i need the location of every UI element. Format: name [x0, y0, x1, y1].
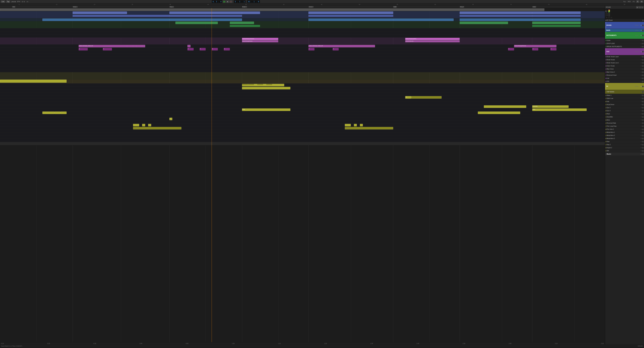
- s-break-vocals-layer[interactable]: S: [642, 56, 644, 57]
- s-metal-atmo3a[interactable]: S: [642, 135, 644, 136]
- clip-bass-4[interactable]: [393, 19, 454, 21]
- clip-rs-3[interactable]: [60, 111, 66, 114]
- s-vox[interactable]: S: [642, 51, 644, 52]
- rp-btn-1[interactable]: ⊞: [636, 6, 638, 9]
- rp-row-main-verse2[interactable]: Main Verse 2 64 S: [605, 71, 644, 74]
- rp-row-vocal-drone[interactable]: Vocal Drone 75 S: [605, 103, 644, 106]
- clip-gun3-1[interactable]: Gu: [405, 96, 411, 99]
- clip-bv-4[interactable]: A: [200, 48, 206, 50]
- clip-bv-9[interactable]: A: [508, 48, 514, 50]
- s-glitch-low[interactable]: S: [642, 98, 644, 99]
- s-riser[interactable]: S: [642, 113, 644, 115]
- s-instruments[interactable]: S: [642, 35, 644, 36]
- clip-vox-good3[interactable]: Good (Freeze) [2023...: [405, 38, 460, 40]
- rp-row-master[interactable]: Master 1/2 S: [605, 152, 644, 156]
- rp-row-guitar[interactable]: Guitar 47 S: [605, 39, 644, 42]
- clip-ma-5[interactable]: [354, 124, 357, 126]
- rp-row-water1[interactable]: Water 1 72 S: [605, 94, 644, 97]
- clip-rs-4[interactable]: [478, 111, 520, 114]
- clip-w1-5[interactable]: [266, 84, 272, 85]
- clip-dl-1[interactable]: Downlifter: [532, 105, 568, 108]
- rp-row-main-verse[interactable]: Main Verse 63 S: [605, 68, 644, 71]
- clip-bv-3[interactable]: A: [188, 48, 194, 50]
- clip-drums-pat2[interactable]: [170, 15, 242, 17]
- rp-row-gun4[interactable]: Gun 4 77 S: [605, 109, 644, 112]
- s-main-verse2[interactable]: S: [642, 71, 644, 73]
- clip-w1-4[interactable]: [257, 84, 263, 85]
- clip-ma-6[interactable]: [360, 124, 363, 126]
- rp-row-sub[interactable]: Sub 74 S: [605, 100, 644, 103]
- rp-row-downlifter[interactable]: Downlifter 79 S: [605, 115, 644, 118]
- clip-drums-2[interactable]: [170, 12, 242, 14]
- s-low[interactable]: S: [642, 78, 644, 79]
- clip-drums-pat4[interactable]: [460, 15, 532, 17]
- clip-inst-1[interactable]: [176, 22, 218, 24]
- rp-row-top-kicks[interactable]: TOP KICKS 69 S: [605, 90, 644, 94]
- clip-audio3-mini2[interactable]: [136, 45, 142, 47]
- s-raw[interactable]: S: [642, 141, 644, 142]
- rp-row-drums[interactable]: DRUMS Master 32 S: [605, 22, 644, 29]
- s-uhh[interactable]: S: [642, 81, 644, 82]
- s-gun3[interactable]: S: [642, 107, 644, 108]
- clip-bass-5[interactable]: [460, 19, 532, 21]
- clip-rs-2[interactable]: [54, 111, 60, 114]
- clip-vox-good4[interactable]: Good (Freeze ((G...: [405, 40, 460, 42]
- clip-rs-1[interactable]: [42, 111, 54, 114]
- rp-row-fx[interactable]: FX Master 68 S: [605, 83, 644, 90]
- clip-inst-3[interactable]: [460, 22, 508, 24]
- rp-row-vox[interactable]: VOX Master 58 S: [605, 48, 644, 55]
- s-top-kicks[interactable]: S: [642, 91, 644, 93]
- s-master[interactable]: S: [642, 153, 644, 155]
- rp-row-break-vocals[interactable]: Break Vocals 60 S: [605, 58, 644, 61]
- rp-row-outro-vocals[interactable]: Outro Vocals 62 S: [605, 64, 644, 68]
- s-perc-loop-drop[interactable]: S: [642, 125, 644, 127]
- clip-atmo-1[interactable]: Atmo: [242, 108, 290, 111]
- clip-bv-7[interactable]: A: [308, 48, 314, 50]
- clip-audio3-1[interactable]: Audio 3 (Freeze); Audio 3 (F: [78, 45, 145, 47]
- s-atmo[interactable]: S: [642, 119, 644, 121]
- s-metal-atmo3b[interactable]: S: [642, 138, 644, 139]
- clip-gl-1[interactable]: [242, 87, 290, 89]
- rp-row-instruments[interactable]: INSTRUMENTS Master 46 S: [605, 32, 644, 39]
- clip-gun3-2[interactable]: [411, 96, 442, 99]
- s-water1[interactable]: S: [642, 95, 644, 96]
- clip-inst-5[interactable]: [230, 25, 260, 27]
- clip-ma-2[interactable]: [142, 124, 145, 126]
- clip-bv-5[interactable]: A: [212, 48, 218, 50]
- clip-bass-6[interactable]: [532, 19, 581, 21]
- clip-ma-3[interactable]: [148, 124, 151, 126]
- s-outro-vocals[interactable]: S: [642, 65, 644, 67]
- s-break-vocals-low1[interactable]: S: [642, 62, 644, 64]
- s-vocal-drone[interactable]: S: [642, 104, 644, 105]
- clip-audio3-3[interactable]: Good (Freeze)(Freeze): [514, 45, 556, 47]
- clip-inst-4[interactable]: [532, 22, 581, 24]
- s-drums[interactable]: S: [642, 25, 644, 26]
- rp-row-atmo[interactable]: Atmo 80 S: [605, 118, 644, 122]
- s-drop-lead[interactable]: S: [642, 43, 644, 44]
- clip-drums-6[interactable]: [532, 12, 581, 14]
- s-wn[interactable]: S: [642, 150, 644, 151]
- clip-ma-1[interactable]: [133, 124, 139, 126]
- clip-pi-1[interactable]: Audio: [170, 118, 172, 120]
- rp-row-impact2[interactable]: Impact 2 89 S: [605, 146, 644, 149]
- clip-audio3-mini1[interactable]: [127, 45, 133, 47]
- clip-bass-1[interactable]: [42, 19, 170, 21]
- rp-row-low[interactable]: Low 66 S: [605, 77, 644, 80]
- clip-audio3-mini3[interactable]: [188, 45, 190, 47]
- s-break-vocals[interactable]: S: [642, 59, 644, 61]
- rp-btn-2[interactable]: ◁: [639, 6, 641, 9]
- s-raw2[interactable]: S: [642, 144, 644, 145]
- s-perc-intro2[interactable]: S: [642, 129, 644, 130]
- clip-w1-2[interactable]: [242, 84, 248, 85]
- clip-drums-1[interactable]: [72, 12, 127, 14]
- rp-row-perc-loop-drop[interactable]: Perc Loop Drop 82 S: [605, 125, 644, 128]
- clip-bv-8[interactable]: A: [333, 48, 339, 50]
- s-sub[interactable]: S: [642, 101, 644, 102]
- s-reversed-vocal[interactable]: S: [642, 75, 644, 76]
- rp-row-sc-snare[interactable]: SC Snare S: [605, 19, 644, 22]
- clip-vox-good1[interactable]: Good (Freeze) (Freeze): [242, 38, 278, 40]
- w-button[interactable]: W: [640, 1, 643, 3]
- rp-row-perc-intro2[interactable]: Perc Intro 2 83 S: [605, 128, 644, 131]
- clip-atmo-2[interactable]: Atmo: [532, 108, 587, 111]
- rp-row-wn[interactable]: WN 90 S: [605, 149, 644, 152]
